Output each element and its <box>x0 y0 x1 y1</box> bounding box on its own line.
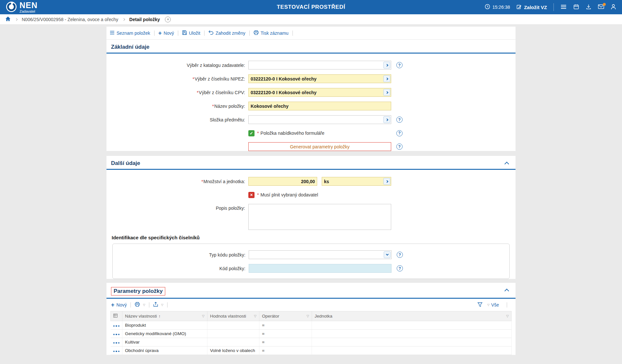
table-row[interactable]: Geneticky modifikované (GMO) = <box>111 330 512 338</box>
subject-folder-label: Složka předmětu: <box>210 117 245 122</box>
cell-value <box>207 321 259 330</box>
must-supply-checkbox[interactable]: × <box>248 192 255 198</box>
help-icon[interactable]: ? <box>396 144 403 150</box>
breadcrumb-chevron-icon <box>15 18 18 20</box>
messages-button[interactable] <box>598 4 604 10</box>
identification-title: Identifikace dle specifických číselníků <box>106 235 516 240</box>
unit-input[interactable] <box>322 177 391 186</box>
undo-icon <box>208 30 214 36</box>
breadcrumb-chevron-icon <box>122 18 125 20</box>
table-row[interactable]: Kultivar = <box>111 338 512 346</box>
dropdown-arrow-icon: ▽ <box>143 303 145 307</box>
table-settings-header[interactable] <box>111 311 122 321</box>
environment-title: TESTOVACÍ PROSTŘEDÍ <box>277 4 345 10</box>
save-button[interactable]: Uložit <box>182 30 200 36</box>
nen-logo[interactable]: NEN Zadavatel <box>6 1 38 13</box>
collapse-other-button[interactable] <box>505 161 508 167</box>
code-input[interactable] <box>249 264 392 273</box>
user-button[interactable] <box>611 4 616 11</box>
nipez-input[interactable] <box>248 74 391 83</box>
row-actions-icon[interactable] <box>113 342 120 344</box>
parameters-export-button[interactable]: ▽ <box>153 302 163 308</box>
offer-form-label: Položka nabídkového formuláře <box>260 131 324 136</box>
calendar-icon <box>573 4 579 11</box>
card-other: Další údaje *Množství a jednotka: <box>106 156 516 279</box>
cell-name: Bioprodukt <box>122 321 207 330</box>
help-icon[interactable]: ? <box>396 130 403 136</box>
column-filter-icon[interactable]: ▽ <box>506 314 509 318</box>
cpv-picker-button[interactable] <box>383 89 390 96</box>
table-header-row: Název vlastnosti ↑ ▽ Hodnota vlastnosti … <box>111 311 512 321</box>
item-name-input[interactable] <box>248 102 391 110</box>
column-header-operator[interactable]: Operátor ▽ <box>259 311 312 321</box>
table-row[interactable]: Obchodní úprava Volně loženo v obalech = <box>111 346 512 355</box>
download-button[interactable] <box>586 4 591 11</box>
create-vz-button[interactable]: Založit VZ <box>516 4 547 10</box>
row-actions-icon[interactable] <box>113 325 120 327</box>
column-header-unit[interactable]: Jednotka ▽ <box>312 311 512 321</box>
chevron-down-icon <box>386 253 388 256</box>
help-icon[interactable]: ? <box>396 117 403 123</box>
parameters-print-button[interactable]: ▽ <box>135 302 145 308</box>
code-type-select[interactable] <box>249 250 392 259</box>
cell-value <box>207 338 259 346</box>
header-separator <box>554 3 554 11</box>
column-filter-icon[interactable]: ▽ <box>254 314 256 318</box>
chevron-up-icon <box>504 162 509 166</box>
breadcrumb-current: Detail položky <box>129 17 160 22</box>
help-icon[interactable]: ? <box>397 252 403 258</box>
record-toolbar: Seznam položek + Nový Uložit Zahodit změ… <box>106 27 516 40</box>
code-type-dropdown-button[interactable] <box>384 251 391 258</box>
dropdown-arrow-icon: ▽ <box>487 303 490 307</box>
other-section-title: Další údaje <box>111 160 140 167</box>
parameter-new-button[interactable]: + Nový <box>111 302 127 308</box>
create-vz-label: Založit VZ <box>524 5 547 10</box>
offer-form-checkbox[interactable]: ✓ <box>248 130 255 136</box>
column-header-name[interactable]: Název vlastnosti ↑ ▽ <box>122 311 207 321</box>
generate-parameters-button[interactable]: Generovat parametry položky <box>248 142 391 151</box>
cell-unit <box>312 338 512 346</box>
home-icon[interactable] <box>5 16 11 22</box>
catalog-input[interactable] <box>248 61 391 69</box>
cell-name: Geneticky modifikované (GMO) <box>122 330 207 338</box>
quantity-input[interactable] <box>248 177 317 186</box>
description-textarea[interactable] <box>248 204 391 230</box>
menu-button[interactable] <box>560 4 567 10</box>
top-header: NEN Zadavatel TESTOVACÍ PROSTŘEDÍ 15:26:… <box>0 0 622 14</box>
calendar-button[interactable] <box>573 4 579 11</box>
code-type-label: Typ kódu položky: <box>209 252 245 257</box>
new-button[interactable]: + Nový <box>158 30 174 36</box>
catalog-picker-button[interactable] <box>383 62 390 69</box>
table-row[interactable]: Bioprodukt = <box>111 321 512 330</box>
breadcrumb-contract[interactable]: N006/25/V00002958 - Zelenina, ovoce a oř… <box>22 17 118 22</box>
chevron-right-icon <box>385 77 388 80</box>
cell-operator: = <box>259 321 312 330</box>
row-actions-icon[interactable] <box>113 351 120 352</box>
discard-changes-button[interactable]: Zahodit změny <box>208 30 245 36</box>
cpv-input[interactable] <box>248 88 391 97</box>
parameters-section-header: Parametry položky <box>106 283 516 298</box>
chevron-right-icon <box>385 64 388 66</box>
chevron-right-icon <box>385 118 388 121</box>
plus-icon: + <box>111 302 115 308</box>
column-filter-icon[interactable]: ▽ <box>202 314 205 318</box>
view-all-dropdown[interactable]: ▽ Vše <box>486 302 499 308</box>
print-record-button[interactable]: Tisk záznamu <box>254 30 289 36</box>
parameters-table: Název vlastnosti ↑ ▽ Hodnota vlastnosti … <box>110 311 512 355</box>
chevron-right-icon <box>385 91 388 94</box>
row-actions-icon[interactable] <box>113 334 120 335</box>
subject-folder-picker-button[interactable] <box>383 116 390 123</box>
column-filter-icon[interactable]: ▽ <box>306 314 309 318</box>
help-icon[interactable]: ? <box>397 265 403 271</box>
subject-folder-input[interactable] <box>248 115 391 124</box>
unit-picker-button[interactable] <box>383 178 390 185</box>
nipez-picker-button[interactable] <box>383 75 390 82</box>
help-icon[interactable]: ? <box>396 62 403 68</box>
save-icon <box>182 30 187 36</box>
collapse-parameters-button[interactable] <box>505 288 508 294</box>
filter-funnel-icon[interactable] <box>478 302 482 308</box>
plus-icon: + <box>158 30 162 36</box>
close-tab-icon[interactable]: × <box>165 17 171 22</box>
item-list-button[interactable]: Seznam položek <box>110 31 150 36</box>
column-header-value[interactable]: Hodnota vlastnosti ▽ <box>207 311 259 321</box>
